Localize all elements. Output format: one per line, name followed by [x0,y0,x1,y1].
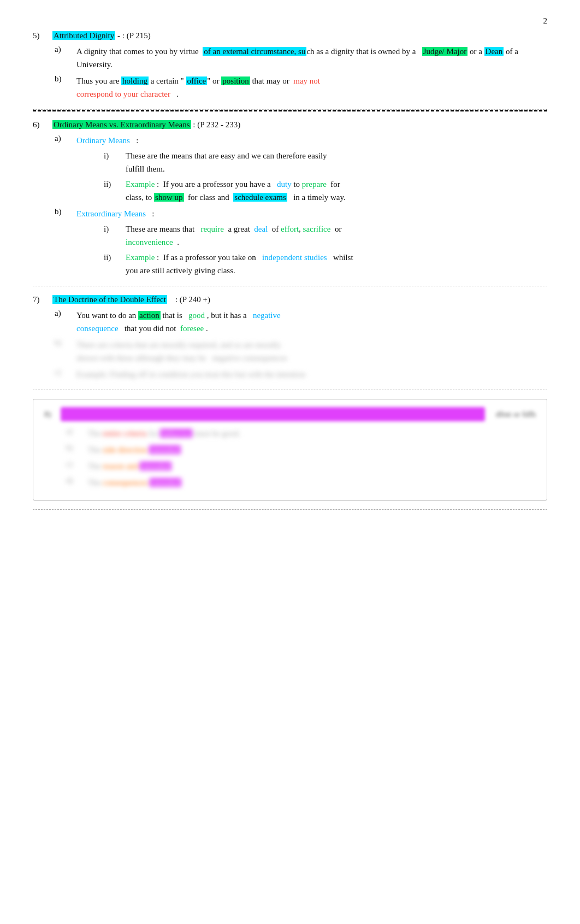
section-6-b: b) Extraordinary Means : i) These are me… [55,207,547,277]
divider-3 [33,390,547,390]
section-8-d: d) The consequences intended [66,476,536,489]
divider-4 [33,509,547,510]
section-8-a: a) The entire criteria for behavior must… [66,427,536,440]
section-5-a: a) A dignity that comes to you by virtue… [55,45,547,71]
section-6-title: Ordinary Means vs. Extraordinary Means :… [52,120,240,130]
section-7-b-blurred: b) There are criteria that are morally r… [55,338,547,364]
section-6-a-i: i) These are the means that are easy and… [104,149,547,175]
section-8-c: c) The reason and intended [66,460,536,473]
section-8-header: 8) dfmt or fdfh [44,407,536,421]
section-7-a: a) You want to do an action that is good… [55,309,547,335]
page-number: 2 [33,16,547,26]
section-6-num: 6) [33,120,49,130]
sub-label-a: a) [55,45,71,71]
section-6-b-ii: ii) Example : If as a professor you take… [104,251,547,277]
sub-content-5b: Thus you are holding a certain " office"… [76,74,547,101]
divider-2 [33,286,547,286]
section-5-header: 5) Attributed Dignity - : (P 215) [33,31,547,40]
section-5: 5) Attributed Dignity - : (P 215) a) A d… [33,31,547,101]
section-7-header: 7) The Doctrine of the Double Effect : (… [33,295,547,304]
sub-label-b: b) [55,74,71,101]
sub-content-5a: A dignity that comes to you by virtue of… [76,45,547,71]
section-6-a-ii: ii) Example : If you are a professor you… [104,178,547,204]
section-5-num: 5) [33,31,49,40]
section-5-b: b) Thus you are holding a certain " offi… [55,74,547,101]
sub-label-6b: b) [55,207,71,277]
sub-label-6a: a) [55,134,71,204]
sub-content-7a: You want to do an action that is good , … [76,309,547,335]
divider-1 [33,109,547,111]
section-6-a: a) Ordinary Means : i) These are the mea… [55,134,547,204]
section-8: 8) dfmt or fdfh a) The entire criteria f… [33,399,547,501]
section-6-b-i: i) These are means that require a great … [104,222,547,249]
section-6: 6) Ordinary Means vs. Extraordinary Mean… [33,120,547,277]
section-7: 7) The Doctrine of the Double Effect : (… [33,295,547,381]
section-7-c-blurred: c) Example: Finding off in condition you… [55,368,547,381]
section-8-b: b) The side direction intended [66,443,536,456]
section-6-header: 6) Ordinary Means vs. Extraordinary Mean… [33,120,547,130]
sub-content-6a: Ordinary Means : i) These are the means … [76,134,547,204]
section-7-title: The Doctrine of the Double Effect : (P 2… [52,295,210,304]
section-7-num: 7) [33,295,49,304]
section-5-title: Attributed Dignity - : (P 215) [52,31,151,40]
sub-content-6b: Extraordinary Means : i) These are means… [76,207,547,277]
sub-label-7a: a) [55,309,71,335]
